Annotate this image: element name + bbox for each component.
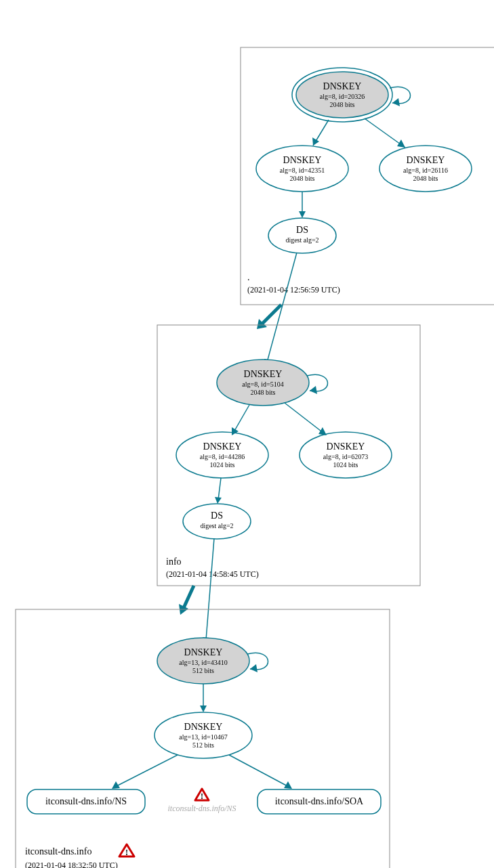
svg-text:DNSKEY: DNSKEY xyxy=(283,155,322,165)
svg-text:2048 bits: 2048 bits xyxy=(413,175,438,182)
warning-icon: ! xyxy=(119,844,134,857)
svg-text:2048 bits: 2048 bits xyxy=(251,389,276,396)
warning-icon: ! xyxy=(195,789,209,801)
svg-text:alg=8, id=26116: alg=8, id=26116 xyxy=(403,167,448,174)
svg-text:DNSKEY: DNSKEY xyxy=(184,647,223,657)
node-root-ds xyxy=(268,218,336,253)
svg-marker-30 xyxy=(318,427,327,435)
svg-marker-14 xyxy=(299,211,306,218)
svg-marker-37 xyxy=(250,664,258,672)
svg-text:DS: DS xyxy=(296,225,308,235)
svg-text:2048 bits: 2048 bits xyxy=(290,175,315,182)
svg-marker-31 xyxy=(215,497,222,504)
svg-text:alg=8, id=44286: alg=8, id=44286 xyxy=(200,453,245,460)
svg-text:digest alg=2: digest alg=2 xyxy=(285,236,318,244)
svg-text:itconsult-dns.info/SOA: itconsult-dns.info/SOA xyxy=(275,796,364,806)
svg-text:!: ! xyxy=(125,848,128,857)
svg-text:DNSKEY: DNSKEY xyxy=(203,441,242,452)
svg-text:DNSKEY: DNSKEY xyxy=(244,369,283,379)
svg-text:itconsult-dns.info/NS: itconsult-dns.info/NS xyxy=(45,796,127,806)
svg-text:1024 bits: 1024 bits xyxy=(333,461,358,469)
svg-text:512 bits: 512 bits xyxy=(192,741,214,749)
svg-text:alg=8, id=20326: alg=8, id=20326 xyxy=(320,93,365,100)
svg-text:alg=8, id=62073: alg=8, id=62073 xyxy=(323,453,368,460)
svg-marker-12 xyxy=(312,137,319,146)
svg-text:DS: DS xyxy=(211,511,223,521)
svg-text:2048 bits: 2048 bits xyxy=(330,101,355,108)
zone-info-label: info xyxy=(166,557,182,567)
svg-text:!: ! xyxy=(201,791,203,801)
zone-root-timestamp: (2021-01-04 12:56:59 UTC) xyxy=(247,285,340,295)
svg-text:alg=13, id=10467: alg=13, id=10467 xyxy=(179,733,227,741)
node-info-ds xyxy=(183,504,251,539)
svg-text:alg=8, id=5104: alg=8, id=5104 xyxy=(242,381,283,388)
svg-text:DNSKEY: DNSKEY xyxy=(323,81,362,91)
dnssec-graph: . (2021-01-04 12:56:59 UTC) DNSKEY alg=8… xyxy=(7,7,494,868)
svg-text:alg=8, id=42351: alg=8, id=42351 xyxy=(280,167,325,174)
svg-text:1024 bits: 1024 bits xyxy=(210,461,235,469)
svg-text:digest alg=2: digest alg=2 xyxy=(200,522,233,529)
svg-marker-3 xyxy=(392,98,400,106)
zone-root-label: . xyxy=(247,272,250,282)
svg-text:DNSKEY: DNSKEY xyxy=(184,722,223,732)
svg-marker-13 xyxy=(397,139,405,148)
svg-marker-20 xyxy=(310,386,317,394)
zone-domain-label: itconsult-dns.info xyxy=(25,846,91,856)
svg-text:DNSKEY: DNSKEY xyxy=(407,155,445,165)
zone-domain-timestamp: (2021-01-04 18:32:50 UTC) xyxy=(25,861,118,868)
zone-info-timestamp: (2021-01-04 14:58:45 UTC) xyxy=(166,569,259,579)
svg-text:512 bits: 512 bits xyxy=(192,667,214,674)
svg-text:alg=13, id=43410: alg=13, id=43410 xyxy=(179,659,227,666)
svg-marker-44 xyxy=(200,706,207,712)
svg-text:DNSKEY: DNSKEY xyxy=(327,441,365,452)
node-domain-ns-grey: itconsult-dns.info/NS xyxy=(167,804,236,813)
